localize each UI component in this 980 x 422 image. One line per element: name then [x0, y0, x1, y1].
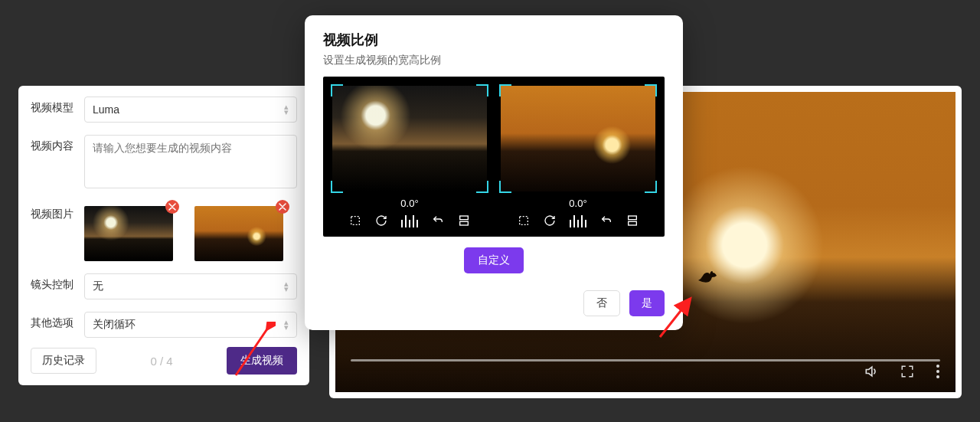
camera-select[interactable]: 无 ▴▾ [84, 273, 297, 299]
video-settings-panel: 视频模型 Luma ▴▾ 视频内容 视频图片 [18, 86, 309, 385]
player-controls [335, 355, 956, 392]
generate-video-button[interactable]: 生成视频 [227, 347, 297, 375]
camera-select-value: 无 [93, 280, 103, 293]
other-select[interactable]: 关闭循环 ▴▾ [84, 312, 297, 338]
remove-image-2-button[interactable] [276, 200, 289, 214]
custom-ratio-button[interactable]: 自定义 [464, 247, 524, 273]
flip-vertical-icon[interactable] [626, 214, 639, 227]
row-camera: 镜头控制 无 ▴▾ [31, 273, 297, 299]
crop-icon[interactable] [349, 214, 361, 227]
modal-subtitle: 设置生成视频的宽高比例 [323, 54, 665, 67]
history-button[interactable]: 历史记录 [31, 348, 96, 374]
thumbnail-2-image [194, 206, 283, 261]
bottom-actions: 历史记录 0 / 4 生成视频 [31, 347, 297, 375]
crop-corner-icon [645, 181, 657, 193]
remove-image-1-button[interactable] [165, 200, 179, 214]
crop-corner-icon [499, 181, 511, 193]
close-icon [168, 203, 176, 211]
crop-corner-icon [331, 181, 343, 193]
model-select-value: Luma [93, 103, 119, 116]
flip-vertical-icon[interactable] [458, 214, 470, 227]
crop-icon[interactable] [518, 214, 530, 227]
preview-frame-b[interactable] [501, 86, 655, 191]
svg-rect-8 [629, 221, 637, 225]
rotate-cw-icon[interactable] [544, 214, 556, 227]
aspect-ratio-modal: 视频比例 设置生成视频的宽高比例 0.0° [305, 15, 683, 330]
svg-rect-3 [351, 217, 360, 225]
row-images: 视频图片 [31, 203, 297, 261]
select-arrows-icon: ▴▾ [284, 104, 289, 115]
generation-counter: 0 / 4 [150, 355, 172, 368]
tools-b [518, 214, 639, 227]
ratio-preview-strip: 0.0° 0.0° [323, 77, 665, 237]
close-icon [279, 203, 286, 211]
image-thumb-1[interactable] [84, 206, 173, 261]
tools-a [349, 214, 470, 227]
content-textarea[interactable] [84, 135, 297, 188]
image-thumb-2[interactable] [194, 206, 283, 261]
crop-corner-icon [645, 84, 657, 97]
counter-total: 4 [166, 355, 172, 368]
modal-actions: 否 是 [323, 290, 665, 316]
select-arrows-icon: ▴▾ [284, 319, 289, 330]
crop-corner-icon [499, 84, 511, 97]
fullscreen-icon[interactable] [900, 365, 914, 381]
label-other: 其他选项 [31, 312, 77, 330]
row-other: 其他选项 关闭循环 ▴▾ [31, 312, 297, 338]
crop-corner-icon [476, 84, 488, 97]
svg-point-1 [936, 370, 939, 373]
svg-rect-7 [629, 216, 637, 220]
label-camera: 镜头控制 [31, 273, 77, 292]
horse-rider-silhouette-icon [695, 260, 721, 286]
svg-rect-4 [460, 216, 469, 220]
ratio-value-b: 0.0° [569, 198, 586, 209]
modal-no-button[interactable]: 否 [583, 290, 620, 316]
row-content: 视频内容 [31, 135, 297, 191]
svg-rect-6 [520, 217, 528, 225]
ratio-value-a: 0.0° [400, 198, 418, 209]
crop-corner-icon [476, 181, 488, 193]
ratio-preview-b: 0.0° [501, 86, 655, 227]
model-select[interactable]: Luma ▴▾ [84, 97, 297, 123]
label-images: 视频图片 [31, 203, 77, 221]
flip-horizontal-icon[interactable] [401, 214, 418, 227]
crop-corner-icon [331, 84, 343, 97]
undo-icon[interactable] [600, 214, 612, 227]
modal-title: 视频比例 [323, 31, 665, 49]
flip-horizontal-icon[interactable] [570, 214, 586, 227]
ratio-preview-a: 0.0° [332, 86, 487, 227]
more-icon[interactable] [936, 364, 940, 381]
svg-point-0 [936, 365, 939, 368]
other-select-value: 关闭循环 [93, 318, 136, 332]
undo-icon[interactable] [432, 214, 444, 227]
counter-current: 0 [150, 355, 156, 368]
preview-frame-a[interactable] [332, 86, 487, 191]
svg-rect-5 [460, 221, 469, 225]
row-model: 视频模型 Luma ▴▾ [31, 97, 297, 123]
label-content: 视频内容 [31, 135, 77, 153]
volume-icon[interactable] [864, 364, 879, 381]
label-model: 视频模型 [31, 97, 77, 115]
rotate-cw-icon[interactable] [375, 214, 387, 227]
counter-sep: / [157, 355, 167, 368]
thumbnail-1-image [84, 206, 173, 261]
svg-point-2 [936, 375, 939, 378]
select-arrows-icon: ▴▾ [284, 281, 289, 292]
modal-yes-button[interactable]: 是 [629, 290, 665, 316]
